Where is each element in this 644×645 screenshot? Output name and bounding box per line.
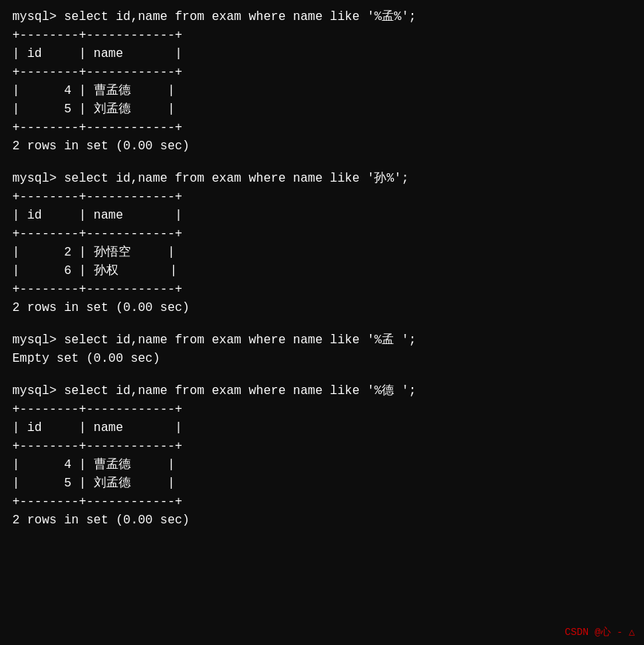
row-1-1: | 4 | 曹孟德 | — [12, 82, 632, 100]
sep-bot-4: +--------+------------+ — [12, 493, 632, 511]
sep-top-2: +--------+------------+ — [12, 188, 632, 206]
query-block-2: mysql> select id,name from exam where na… — [12, 169, 632, 317]
csdn-badge: CSDN @心 - △ — [565, 625, 635, 639]
header-2: | id | name | — [12, 206, 632, 225]
result-4: 2 rows in set (0.00 sec) — [12, 511, 632, 530]
query-block-3: mysql> select id,name from exam where na… — [12, 331, 632, 368]
result-1: 2 rows in set (0.00 sec) — [12, 137, 632, 155]
row-4-1: | 4 | 曹孟德 | — [12, 456, 632, 474]
result-2: 2 rows in set (0.00 sec) — [12, 299, 632, 317]
row-2-1: | 2 | 孙悟空 | — [12, 243, 632, 262]
prompt-3: mysql> select id,name from exam where na… — [12, 331, 632, 349]
row-2-2: | 6 | 孙权 | — [12, 262, 632, 280]
header-4: | id | name | — [12, 419, 632, 437]
sep-bot-1: +--------+------------+ — [12, 119, 632, 137]
sep-top-1: +--------+------------+ — [12, 26, 632, 45]
sep-mid-4: +--------+------------+ — [12, 437, 632, 456]
sep-bot-2: +--------+------------+ — [12, 280, 632, 299]
sep-top-4: +--------+------------+ — [12, 400, 632, 419]
terminal: mysql> select id,name from exam where na… — [12, 8, 632, 530]
query-block-1: mysql> select id,name from exam where na… — [12, 8, 632, 155]
sep-mid-1: +--------+------------+ — [12, 63, 632, 82]
empty-3: Empty set (0.00 sec) — [12, 349, 632, 368]
prompt-1: mysql> select id,name from exam where na… — [12, 8, 632, 26]
row-4-2: | 5 | 刘孟德 | — [12, 474, 632, 493]
sep-mid-2: +--------+------------+ — [12, 225, 632, 243]
prompt-2: mysql> select id,name from exam where na… — [12, 169, 632, 188]
prompt-4: mysql> select id,name from exam where na… — [12, 382, 632, 400]
query-block-4: mysql> select id,name from exam where na… — [12, 382, 632, 530]
row-1-2: | 5 | 刘孟德 | — [12, 100, 632, 119]
header-1: | id | name | — [12, 45, 632, 63]
